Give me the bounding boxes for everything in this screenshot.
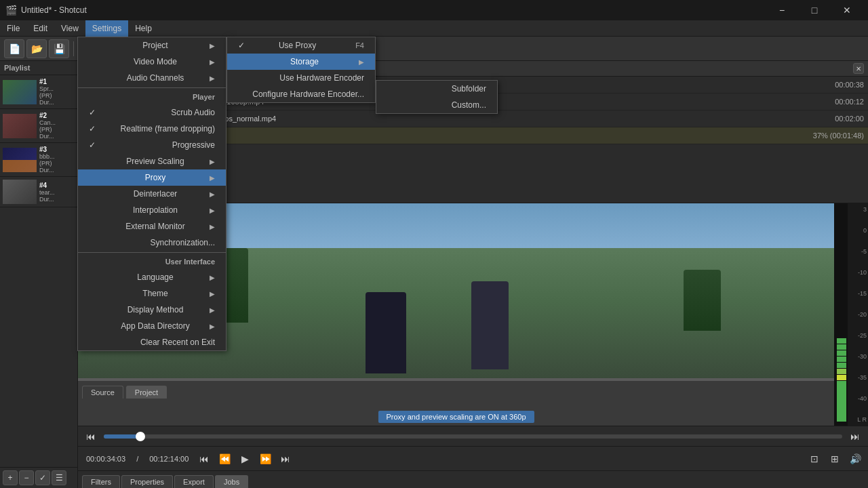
scrubber-bar[interactable] (104, 434, 842, 439)
menu-video-mode[interactable]: Video Mode ▶ (78, 54, 226, 70)
grid-button[interactable]: ⊞ (826, 450, 844, 468)
menu-ui-header: User Interface (78, 254, 226, 269)
proxy-storage[interactable]: Storage ▶ (227, 54, 375, 70)
zoom-fit-button[interactable]: ⊡ (806, 450, 823, 468)
menu-label: Scrub Audio (171, 108, 215, 117)
tab-properties[interactable]: Properties (121, 475, 173, 488)
tab-filters[interactable]: Filters (82, 475, 120, 488)
vu-label: -5 (849, 248, 867, 255)
job-time-1: 00:00:38 (816, 81, 864, 89)
arrow-icon: ▶ (210, 290, 215, 298)
prev-frame-button[interactable]: ⏮ (195, 450, 213, 468)
goto-start-button[interactable]: ⏮ (82, 428, 100, 445)
arrow-icon: ▶ (210, 58, 215, 66)
menu-preview-scaling[interactable]: Preview Scaling ▶ (78, 153, 226, 169)
arrow-icon: ▶ (210, 223, 215, 230)
scrubber-handle[interactable] (136, 432, 145, 441)
arrow-icon: ▶ (210, 190, 215, 198)
menu-project[interactable]: Project ▶ (78, 37, 226, 54)
vu-label: -40 (849, 395, 867, 402)
proxy-use-proxy[interactable]: ✓ Use Proxy F4 (227, 37, 375, 54)
job-time-3: 00:02:00 (816, 115, 864, 123)
vu-scale: 3 0 -5 -10 -15 -20 -25 -30 -35 -40 L R (848, 203, 868, 426)
menu-display-method[interactable]: Display Method ▶ (78, 302, 226, 318)
menu-label: Deinterlacer (134, 189, 178, 199)
new-button[interactable]: 📄 (4, 39, 24, 58)
next-frame-button[interactable]: ⏭ (277, 450, 294, 468)
playlist-item[interactable]: #1 Spr... (PR) Dur... (0, 75, 77, 109)
playlist-thumb-1 (3, 80, 37, 104)
storage-menu-list: Subfolder Custom... (376, 81, 497, 113)
vu-label: -10 (849, 269, 867, 276)
menu-language[interactable]: Language ▶ (78, 269, 226, 285)
menu-app-data-dir[interactable]: App Data Directory ▶ (78, 318, 226, 334)
vu-bar (837, 350, 846, 356)
arrow-icon: ▶ (210, 42, 215, 49)
menu-theme[interactable]: Theme ▶ (78, 285, 226, 302)
playlist-thumb-4 (3, 180, 37, 204)
storage-custom[interactable]: Custom... (376, 97, 497, 113)
play-button[interactable]: ▶ (236, 450, 254, 468)
jobs-close[interactable]: ✕ (853, 63, 864, 74)
menu-help[interactable]: Help (128, 20, 159, 37)
playlist-menu[interactable]: ☰ (52, 470, 66, 485)
menu-edit[interactable]: Edit (26, 20, 54, 37)
tree-3 (684, 270, 721, 331)
menu-deinterlacer[interactable]: Deinterlacer ▶ (78, 186, 226, 202)
source-tab[interactable]: Source (82, 386, 123, 399)
project-tab[interactable]: Project (126, 386, 167, 399)
app-icon: 🎬 (5, 5, 17, 16)
tab-jobs[interactable]: Jobs (215, 475, 248, 488)
menu-file[interactable]: File (0, 20, 26, 37)
menu-realtime[interactable]: ✓ Realtime (frame dropping) (78, 121, 226, 137)
playlist-item[interactable]: #3 bbb... (PR) Dur... (0, 143, 77, 177)
save-button[interactable]: 💾 (49, 39, 69, 58)
playlist-item[interactable]: #2 Can... (PR) Dur... (0, 109, 77, 143)
vu-label: -35 (849, 374, 867, 381)
menu-label: Synchronization... (151, 238, 215, 247)
menu-external-monitor[interactable]: External Monitor ▶ (78, 218, 226, 235)
open-button[interactable]: 📂 (26, 39, 47, 58)
volume-button[interactable]: 🔊 (846, 450, 864, 468)
playlist-remove[interactable]: − (19, 470, 34, 485)
job-time-2: 00:00:12 (816, 98, 864, 106)
vu-label: -15 (849, 290, 867, 297)
total-time: 00:12:14:00 (149, 455, 189, 463)
menu-audio-channels[interactable]: Audio Channels ▶ (78, 70, 226, 86)
playlist-add[interactable]: + (3, 470, 18, 485)
titlebar-left: 🎬 Untitled* - Shotcut (5, 5, 87, 16)
storage-label: Custom... (452, 100, 486, 110)
proxy-hardware-encoder[interactable]: Use Hardware Encoder (227, 70, 375, 86)
playlist-actions: + − ✓ ☰ (0, 467, 77, 488)
toolbar-sep-1 (73, 41, 74, 56)
menu-view[interactable]: View (54, 20, 85, 37)
proxy-configure-hardware[interactable]: Configure Hardware Encoder... (227, 86, 375, 102)
minimize-button[interactable]: − (766, 0, 797, 20)
menu-settings[interactable]: Settings (85, 20, 128, 37)
menu-synchronization[interactable]: Synchronization... (78, 235, 226, 251)
playlist-check[interactable]: ✓ (35, 470, 50, 485)
menu-scrub-audio[interactable]: ✓ Scrub Audio (78, 104, 226, 121)
menu-proxy[interactable]: Proxy ▶ (78, 169, 226, 186)
storage-label: Subfolder (452, 84, 486, 94)
menu-label: Project (142, 41, 167, 50)
close-button[interactable]: ✕ (831, 0, 863, 20)
storage-submenu: Subfolder Custom... (376, 80, 498, 114)
goto-end-button[interactable]: ⏭ (846, 428, 864, 445)
vu-label: L R (849, 416, 867, 423)
menu-sep (78, 87, 226, 88)
menu-progressive[interactable]: ✓ Progressive (78, 137, 226, 153)
vu-label: -30 (849, 353, 867, 360)
vu-bar (837, 363, 846, 368)
storage-subfolder[interactable]: Subfolder (376, 81, 497, 97)
jobs-controls: ✕ (853, 63, 864, 74)
tab-export[interactable]: Export (174, 475, 214, 488)
playlist-item[interactable]: #4 tear... Dur... (0, 177, 77, 207)
menu-clear-recent[interactable]: Clear Recent on Exit (78, 334, 226, 350)
maximize-button[interactable]: □ (799, 0, 830, 20)
menu-interpolation[interactable]: Interpolation ▶ (78, 202, 226, 218)
rewind-button[interactable]: ⏪ (216, 450, 233, 468)
proxy-label: Configure Hardware Encoder... (252, 89, 364, 99)
check-icon: ✓ (89, 108, 98, 117)
fast-forward-button[interactable]: ⏩ (256, 450, 274, 468)
